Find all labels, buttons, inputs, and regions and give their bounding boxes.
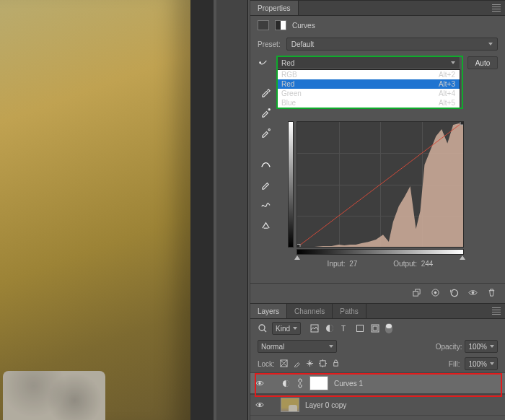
eyedropper-sample-icon[interactable] [259, 85, 272, 98]
svg-point-2 [268, 128, 270, 130]
divider [247, 0, 248, 420]
layers-tabbar: Layers Channels Paths [250, 303, 505, 319]
adjustment-type-row: Curves [250, 16, 505, 35]
preset-select[interactable]: Default [286, 38, 498, 51]
pencil-icon[interactable] [259, 178, 272, 191]
layer-thumb[interactable] [281, 398, 299, 412]
svg-rect-5 [460, 122, 463, 125]
layer-name[interactable]: Curves 1 [334, 380, 363, 388]
curve-edit-icon[interactable] [259, 157, 272, 170]
lock-label: Lock: [258, 360, 275, 368]
chevron-down-icon [488, 43, 493, 45]
svg-rect-6 [413, 292, 418, 297]
svg-rect-16 [373, 326, 377, 331]
fill-input[interactable]: 100% [465, 357, 498, 370]
visibility-icon[interactable] [466, 286, 479, 299]
layer-name[interactable]: Layer 0 copy [305, 401, 346, 409]
opacity-label: Opacity: [436, 343, 462, 351]
clip-icon[interactable] [259, 218, 272, 231]
collapsed-dock[interactable] [216, 0, 247, 420]
layer-row-curves[interactable]: Curves 1 [250, 372, 505, 394]
svg-text:T: T [341, 325, 346, 333]
properties-tabbar: Properties [250, 0, 505, 16]
filter-type-icon[interactable]: T [340, 323, 350, 333]
svg-point-1 [268, 108, 270, 110]
svg-rect-14 [357, 325, 364, 332]
link-mask-icon[interactable] [297, 378, 304, 388]
lock-all-icon[interactable] [332, 359, 340, 369]
tab-channels[interactable]: Channels [287, 304, 333, 318]
layers-panel: Layers Channels Paths Kind T Normal Opac… [250, 303, 505, 420]
tab-properties[interactable]: Properties [250, 1, 299, 15]
filter-adjustment-icon[interactable] [325, 323, 335, 333]
layer-filter-select[interactable]: Kind [272, 322, 301, 335]
panel-menu-icon[interactable] [492, 4, 501, 12]
svg-point-9 [472, 292, 474, 294]
svg-rect-19 [334, 362, 338, 366]
chevron-down-icon [293, 327, 297, 330]
channel-option-green[interactable]: GreenAlt+4 [277, 89, 460, 98]
lock-image-icon[interactable] [293, 359, 301, 369]
search-icon[interactable] [258, 323, 268, 333]
properties-footer [250, 283, 505, 302]
svg-point-0 [260, 62, 261, 64]
filter-shape-icon[interactable] [355, 323, 365, 333]
visibility-toggle-icon[interactable] [255, 378, 265, 388]
adjustment-title: Curves [292, 22, 315, 30]
fill-label: Fill: [449, 360, 460, 368]
layer-mask-thumb[interactable] [309, 376, 328, 390]
channel-option-rgb[interactable]: RGBAlt+2 [277, 70, 460, 79]
svg-point-22 [259, 404, 261, 406]
opacity-input[interactable]: 100% [465, 340, 498, 353]
reset-icon[interactable] [447, 286, 460, 299]
preset-label: Preset: [258, 40, 281, 48]
curves-graph[interactable] [297, 121, 464, 248]
lock-transparency-icon[interactable] [280, 359, 288, 369]
chevron-down-icon [451, 61, 455, 64]
channel-dropdown[interactable]: RGBAlt+2 RedAlt+3 GreenAlt+4 BlueAlt+5 [276, 69, 460, 108]
document-image [0, 0, 190, 420]
filter-smart-icon[interactable] [370, 323, 380, 333]
svg-rect-4 [297, 245, 300, 248]
chevron-down-icon [329, 345, 333, 348]
svg-point-8 [434, 292, 436, 294]
svg-point-20 [259, 382, 261, 385]
adjustment-icon[interactable] [258, 20, 269, 30]
svg-point-10 [259, 325, 265, 331]
trash-icon[interactable] [485, 286, 498, 299]
image-content-rock [3, 371, 105, 420]
canvas-gutter [190, 0, 214, 420]
svg-rect-18 [320, 360, 325, 365]
view-previous-icon[interactable] [429, 286, 442, 299]
lock-artboard-icon[interactable] [319, 359, 327, 369]
auto-button[interactable]: Auto [467, 56, 498, 69]
channel-option-red[interactable]: RedAlt+3 [277, 79, 460, 89]
document-canvas[interactable] [0, 0, 214, 420]
blend-mode-select[interactable]: Normal [258, 340, 337, 353]
channel-option-blue[interactable]: BlueAlt+5 [277, 98, 460, 108]
chevron-down-icon [490, 362, 494, 365]
channel-select[interactable]: Red [276, 56, 460, 69]
tab-layers[interactable]: Layers [250, 304, 287, 318]
tab-paths[interactable]: Paths [333, 304, 366, 318]
targeted-adjustment-icon[interactable] [258, 56, 269, 66]
visibility-toggle-icon[interactable] [255, 400, 265, 410]
mask-icon[interactable] [275, 20, 286, 30]
filter-pixel-icon[interactable] [309, 323, 320, 333]
smooth-icon[interactable] [259, 198, 272, 211]
eyedropper-white-icon[interactable] [259, 105, 272, 118]
curves-adjustment-icon [281, 378, 291, 388]
properties-panel: Properties Curves Preset: Default Red [250, 0, 505, 72]
panel-menu-icon[interactable] [492, 307, 501, 315]
input-gradient [297, 249, 464, 255]
svg-line-3 [297, 122, 463, 247]
output-gradient [288, 121, 294, 248]
input-output-readout: Input: 27 Output: 244 [297, 260, 464, 268]
chevron-down-icon [490, 345, 494, 348]
lock-position-icon[interactable] [306, 359, 314, 369]
eyedropper-black-icon[interactable] [259, 126, 272, 139]
clip-to-layer-icon[interactable] [410, 286, 423, 299]
filter-toggle-icon[interactable] [385, 323, 392, 333]
layer-row-image[interactable]: Layer 0 copy [250, 394, 505, 416]
